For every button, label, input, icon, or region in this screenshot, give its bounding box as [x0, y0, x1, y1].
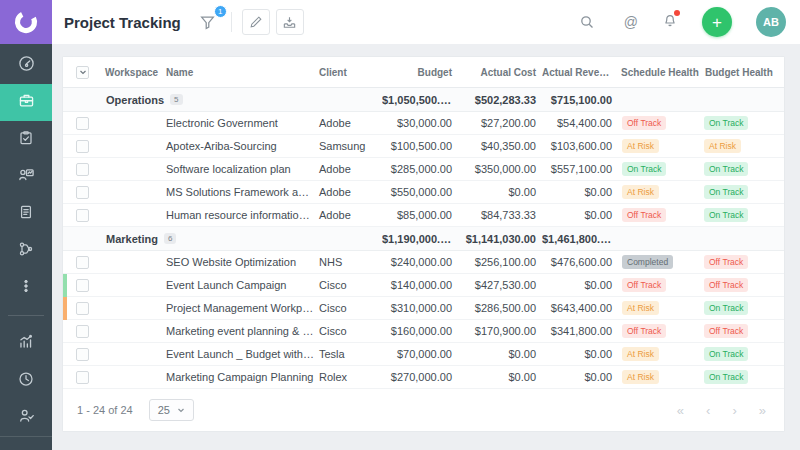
resources-icon: [18, 166, 35, 187]
group-name: Marketing: [106, 233, 158, 245]
group-label[interactable]: Marketing6: [101, 233, 314, 245]
table-row[interactable]: Marketing Campaign PlanningRolex$270,000…: [63, 366, 784, 389]
row-checkbox-cell: [63, 117, 101, 130]
row-checkbox[interactable]: [76, 279, 89, 292]
col-header-budget[interactable]: Budget: [382, 67, 458, 78]
table-row[interactable]: Project Management WorkplanCisco$310,000…: [63, 297, 784, 320]
row-checkbox[interactable]: [76, 325, 89, 338]
sidebar-item-documents[interactable]: [0, 195, 52, 232]
cell-name[interactable]: Event Launch _ Budget with Gantt ...: [159, 348, 314, 360]
row-checkbox[interactable]: [76, 302, 89, 315]
sidebar-item-time[interactable]: [0, 362, 52, 399]
col-header-name[interactable]: Name: [159, 67, 314, 78]
select-all-cell: [63, 66, 101, 79]
last-page-icon[interactable]: »: [759, 403, 766, 418]
search-button[interactable]: [574, 9, 600, 35]
row-checkbox[interactable]: [76, 348, 89, 361]
table-row[interactable]: MS Solutions Framework app devel...Adobe…: [63, 181, 784, 204]
next-page-icon[interactable]: ›: [732, 403, 736, 418]
row-checkbox[interactable]: [76, 186, 89, 199]
chevron-down-icon: [79, 68, 87, 76]
group-label[interactable]: Operations5: [101, 94, 314, 106]
prev-page-icon[interactable]: ‹: [706, 403, 710, 418]
cell-schedule-health: At Risk: [618, 370, 700, 384]
table-row[interactable]: Software localization planAdobe$285,000.…: [63, 158, 784, 181]
cell-actual-revenue: $557,100.00: [542, 163, 618, 175]
cell-actual-revenue: $0.00: [542, 371, 618, 383]
sidebar-item-dashboard[interactable]: [0, 47, 52, 84]
col-header-budget-health[interactable]: Budget Health: [700, 67, 784, 78]
row-checkbox[interactable]: [76, 140, 89, 153]
cell-name[interactable]: Project Management Workplan: [159, 302, 314, 314]
cell-name[interactable]: Apotex-Ariba-Sourcing: [159, 140, 314, 152]
row-checkbox[interactable]: [76, 371, 89, 384]
cell-budget-health: On Track: [700, 208, 784, 222]
sidebar-item-more[interactable]: [0, 269, 52, 306]
pagination-bar: 1 - 24 of 24 25 « ‹ › »: [63, 389, 784, 431]
mentions-icon[interactable]: @: [624, 14, 638, 30]
cell-name[interactable]: Marketing event planning & executi...: [159, 325, 314, 337]
row-checkbox[interactable]: [76, 163, 89, 176]
row-checkbox[interactable]: [76, 117, 89, 130]
table-row[interactable]: Event Launch CampaignCisco$140,000.00$42…: [63, 274, 784, 297]
topbar-right: @ + AB: [574, 7, 786, 37]
col-header-actual-cost[interactable]: Actual Cost: [458, 67, 542, 78]
cell-actual-revenue: $341,800.00: [542, 325, 618, 337]
schedule-health-badge: Off Track: [622, 208, 666, 222]
col-header-schedule-health[interactable]: Schedule Health: [618, 67, 700, 78]
projects-icon: [18, 92, 35, 113]
page-size-select[interactable]: 25: [149, 399, 194, 421]
cell-schedule-health: Completed: [618, 255, 700, 269]
user-avatar[interactable]: AB: [756, 7, 786, 37]
table-row[interactable]: Electronic GovernmentAdobe$30,000.00$27,…: [63, 112, 784, 135]
cell-name[interactable]: Software localization plan: [159, 163, 314, 175]
table-row[interactable]: Marketing event planning & executi...Cis…: [63, 320, 784, 343]
export-button[interactable]: [276, 9, 304, 35]
cell-budget-health: At Risk: [700, 139, 784, 153]
topbar: Project Tracking 1 @: [52, 0, 800, 44]
tasks-icon: [18, 130, 34, 150]
table-row[interactable]: Human resource information syste...Adobe…: [63, 204, 784, 227]
cell-name[interactable]: MS Solutions Framework app devel...: [159, 186, 314, 198]
cell-name[interactable]: Electronic Government: [159, 117, 314, 129]
budget-health-badge: On Track: [704, 301, 748, 315]
sidebar-nav: [0, 47, 52, 436]
group-actual-cost-total: $502,283.33: [458, 94, 542, 106]
cell-name[interactable]: SEO Website Optimization: [159, 256, 314, 268]
cell-budget-health: On Track: [700, 370, 784, 384]
row-checkbox[interactable]: [76, 256, 89, 269]
sidebar-item-resources[interactable]: [0, 158, 52, 195]
table-row[interactable]: Apotex-Ariba-SourcingSamsung$100,500.00$…: [63, 135, 784, 158]
add-button[interactable]: +: [702, 7, 732, 37]
caret-down-icon: [177, 406, 185, 414]
filter-button[interactable]: 1: [195, 9, 221, 35]
cell-actual-cost: $0.00: [458, 348, 542, 360]
edit-button[interactable]: [242, 9, 270, 35]
app-logo[interactable]: [0, 0, 52, 44]
first-page-icon[interactable]: «: [677, 403, 684, 418]
row-checkbox[interactable]: [76, 209, 89, 222]
notifications-button[interactable]: [662, 12, 678, 32]
select-all-checkbox[interactable]: [76, 66, 89, 79]
col-header-client[interactable]: Client: [314, 67, 382, 78]
col-header-workspace[interactable]: Workspace: [101, 67, 159, 78]
schedule-health-badge: At Risk: [622, 185, 659, 199]
cell-actual-cost: $427,530.00: [458, 279, 542, 291]
cell-actual-revenue: $476,600.00: [542, 256, 618, 268]
row-checkbox-cell: [63, 371, 101, 384]
group-row[interactable]: Marketing6$1,190,000.00$1,141,030.00$1,4…: [63, 227, 784, 251]
cell-name[interactable]: Human resource information syste...: [159, 209, 314, 221]
group-row[interactable]: Operations5$1,050,500.00$502,283.33$715,…: [63, 88, 784, 112]
sidebar-item-approvals[interactable]: [0, 399, 52, 436]
sidebar-item-projects[interactable]: [0, 84, 52, 121]
sidebar-item-reports[interactable]: [0, 325, 52, 362]
cell-budget-health: On Track: [700, 301, 784, 315]
cell-name[interactable]: Event Launch Campaign: [159, 279, 314, 291]
cell-name[interactable]: Marketing Campaign Planning: [159, 371, 314, 383]
sidebar-item-workflow[interactable]: [0, 232, 52, 269]
table-row[interactable]: Event Launch _ Budget with Gantt ...Tesl…: [63, 343, 784, 366]
table-row[interactable]: SEO Website OptimizationNHS$240,000.00$2…: [63, 251, 784, 274]
col-header-actual-revenue[interactable]: Actual Revenue: [542, 67, 618, 78]
sidebar-item-tasks[interactable]: [0, 121, 52, 158]
cell-budget-health: Off Track: [700, 255, 784, 269]
